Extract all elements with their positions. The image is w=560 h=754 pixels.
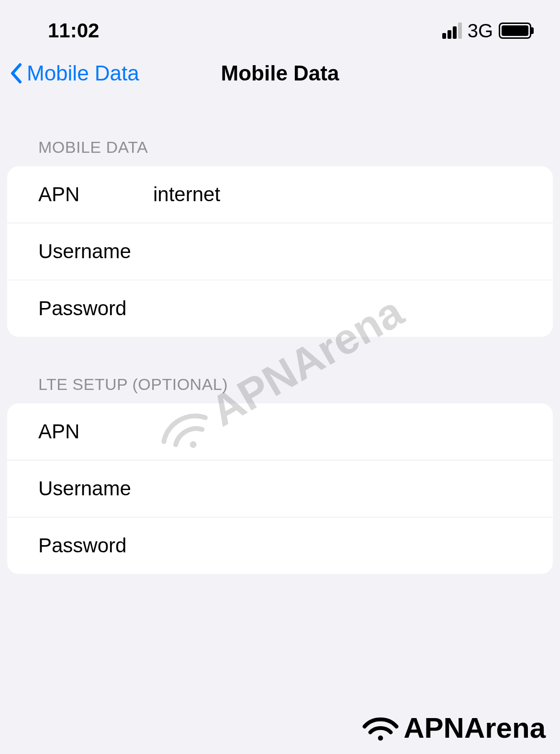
status-bar: 11:02 3G [0, 0, 560, 57]
row-password[interactable]: Password [7, 280, 553, 337]
back-label: Mobile Data [27, 61, 139, 85]
content: MOBILE DATA APN Username Password LTE SE… [0, 138, 560, 574]
input-password[interactable] [153, 297, 541, 320]
watermark-bottom: APNArena [361, 711, 546, 744]
row-apn[interactable]: APN [7, 166, 553, 223]
input-username[interactable] [153, 240, 541, 263]
row-lte-password[interactable]: Password [7, 517, 553, 574]
row-username[interactable]: Username [7, 223, 553, 280]
chevron-left-icon [10, 63, 23, 84]
status-right-group: 3G [442, 20, 531, 42]
status-time: 11:02 [48, 19, 99, 42]
label-password: Password [38, 297, 153, 320]
input-lte-apn[interactable] [153, 420, 541, 443]
nav-bar: Mobile Data Mobile Data [0, 57, 560, 100]
svg-point-1 [378, 735, 383, 741]
label-username: Username [38, 240, 153, 263]
back-button[interactable]: Mobile Data [10, 61, 139, 85]
section-lte-setup: LTE SETUP (OPTIONAL) APN Username Passwo… [7, 375, 553, 574]
label-lte-password: Password [38, 534, 153, 557]
label-lte-apn: APN [38, 420, 153, 443]
input-lte-username[interactable] [153, 477, 541, 500]
label-lte-username: Username [38, 477, 153, 500]
rows-container-mobile-data: APN Username Password [7, 166, 553, 337]
section-header-lte: LTE SETUP (OPTIONAL) [7, 375, 553, 403]
page-title: Mobile Data [221, 61, 339, 85]
wifi-icon [361, 714, 400, 743]
section-mobile-data: MOBILE DATA APN Username Password [7, 138, 553, 337]
label-apn: APN [38, 183, 153, 206]
network-label: 3G [468, 20, 493, 42]
section-header-mobile-data: MOBILE DATA [7, 138, 553, 166]
rows-container-lte: APN Username Password [7, 403, 553, 574]
row-lte-username[interactable]: Username [7, 460, 553, 517]
signal-icon [442, 23, 462, 39]
input-lte-password[interactable] [153, 534, 541, 557]
battery-icon [499, 23, 531, 39]
input-apn[interactable] [153, 183, 541, 206]
row-lte-apn[interactable]: APN [7, 403, 553, 460]
